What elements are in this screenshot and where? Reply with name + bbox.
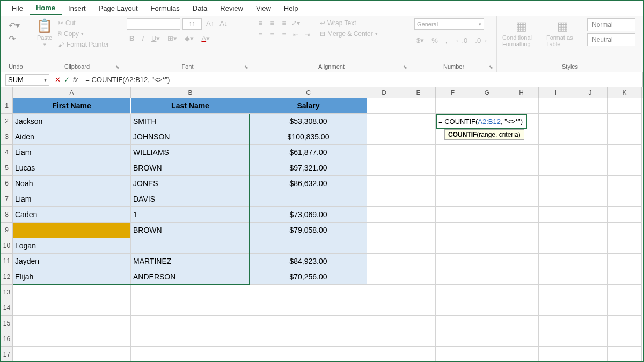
cell-C4[interactable]: $61,877.00 bbox=[250, 145, 367, 160]
cell-F12[interactable] bbox=[436, 269, 470, 285]
cell-C12[interactable]: $70,256.00 bbox=[250, 269, 367, 285]
cell-K15[interactable] bbox=[608, 316, 642, 331]
column-header-A[interactable]: A bbox=[13, 87, 131, 98]
cell-G10[interactable] bbox=[470, 238, 504, 254]
cell-E7[interactable] bbox=[401, 191, 436, 207]
column-header-B[interactable]: B bbox=[131, 87, 250, 98]
clipboard-launcher[interactable]: ⬊ bbox=[115, 64, 122, 71]
cell-J4[interactable] bbox=[573, 145, 608, 160]
cell-F9[interactable] bbox=[436, 223, 470, 238]
copy-button[interactable]: ⎘Copy▾ bbox=[57, 29, 110, 39]
cell-J13[interactable] bbox=[573, 285, 608, 300]
cell-C3[interactable]: $100,835.00 bbox=[250, 129, 367, 145]
cell-G11[interactable] bbox=[470, 254, 504, 269]
cell-B4[interactable]: WILLIAMS bbox=[131, 145, 250, 160]
cell-H1[interactable] bbox=[504, 98, 539, 114]
cell-J6[interactable] bbox=[573, 176, 608, 191]
cell-E3[interactable] bbox=[401, 129, 436, 145]
number-launcher[interactable]: ⬊ bbox=[489, 64, 495, 71]
cell-E13[interactable] bbox=[401, 285, 436, 300]
decrease-decimal-button[interactable]: .0→ bbox=[473, 35, 490, 46]
decrease-indent-button[interactable]: ⇤ bbox=[291, 30, 301, 40]
column-header-K[interactable]: K bbox=[608, 87, 642, 98]
italic-button[interactable]: I bbox=[139, 33, 147, 43]
cell-J3[interactable] bbox=[573, 129, 608, 145]
align-bottom-button[interactable]: ≡ bbox=[279, 18, 289, 28]
cell-J16[interactable] bbox=[573, 331, 608, 347]
cell-C13[interactable] bbox=[250, 285, 367, 300]
cell-G14[interactable] bbox=[470, 300, 504, 316]
cell-B6[interactable]: JONES bbox=[131, 176, 250, 191]
cell-G6[interactable] bbox=[470, 176, 504, 191]
cell-A2[interactable]: Jackson bbox=[13, 114, 131, 129]
align-left-button[interactable]: ≡ bbox=[255, 30, 265, 40]
cell-style-neutral[interactable]: Neutral bbox=[587, 33, 635, 46]
cell-I12[interactable] bbox=[539, 269, 573, 285]
cell-A1[interactable]: First Name bbox=[13, 98, 131, 114]
cell-C14[interactable] bbox=[250, 300, 367, 316]
cell-F6[interactable] bbox=[436, 176, 470, 191]
cell-G2[interactable] bbox=[470, 114, 504, 129]
cell-J5[interactable] bbox=[573, 160, 608, 176]
insert-function-button[interactable]: fx bbox=[73, 76, 78, 84]
cell-I16[interactable] bbox=[539, 331, 573, 347]
cell-K4[interactable] bbox=[608, 145, 642, 160]
cell-H8[interactable] bbox=[504, 207, 539, 223]
row-header-10[interactable]: 10 bbox=[1, 238, 13, 254]
cell-J17[interactable] bbox=[573, 347, 608, 362]
cell-I15[interactable] bbox=[539, 316, 573, 331]
cell-G7[interactable] bbox=[470, 191, 504, 207]
cell-I9[interactable] bbox=[539, 223, 573, 238]
cell-C9[interactable]: $79,058.00 bbox=[250, 223, 367, 238]
cell-B9[interactable]: BROWN bbox=[131, 223, 250, 238]
cell-B14[interactable] bbox=[131, 300, 250, 316]
cell-D11[interactable] bbox=[367, 254, 401, 269]
cell-D12[interactable] bbox=[367, 269, 401, 285]
cell-F2[interactable] bbox=[436, 114, 470, 129]
column-header-E[interactable]: E bbox=[401, 87, 436, 98]
cell-H17[interactable] bbox=[504, 347, 539, 362]
cut-button[interactable]: ✂Cut bbox=[57, 18, 110, 28]
cell-H5[interactable] bbox=[504, 160, 539, 176]
cell-B12[interactable]: ANDERSON bbox=[131, 269, 250, 285]
cell-H15[interactable] bbox=[504, 316, 539, 331]
cell-I7[interactable] bbox=[539, 191, 573, 207]
row-header-5[interactable]: 5 bbox=[1, 160, 13, 176]
font-size-select[interactable] bbox=[182, 18, 202, 30]
cell-B3[interactable]: JOHNSON bbox=[131, 129, 250, 145]
cell-A5[interactable]: Lucas bbox=[13, 160, 131, 176]
cell-C16[interactable] bbox=[250, 331, 367, 347]
cell-E2[interactable] bbox=[401, 114, 436, 129]
cell-A16[interactable] bbox=[13, 331, 131, 347]
cell-F8[interactable] bbox=[436, 207, 470, 223]
cell-E17[interactable] bbox=[401, 347, 436, 362]
cell-K5[interactable] bbox=[608, 160, 642, 176]
cell-F15[interactable] bbox=[436, 316, 470, 331]
cell-G5[interactable] bbox=[470, 160, 504, 176]
cell-K8[interactable] bbox=[608, 207, 642, 223]
cell-J1[interactable] bbox=[573, 98, 608, 114]
cell-D3[interactable] bbox=[367, 129, 401, 145]
cell-E15[interactable] bbox=[401, 316, 436, 331]
cell-F1[interactable] bbox=[436, 98, 470, 114]
cell-G16[interactable] bbox=[470, 331, 504, 347]
column-header-G[interactable]: G bbox=[470, 87, 504, 98]
cell-A11[interactable]: Jayden bbox=[13, 254, 131, 269]
cell-I3[interactable] bbox=[539, 129, 573, 145]
comma-format-button[interactable]: , bbox=[443, 35, 450, 46]
cell-A12[interactable]: Elijah bbox=[13, 269, 131, 285]
cell-I17[interactable] bbox=[539, 347, 573, 362]
worksheet-grid[interactable]: ABCDEFGHIJK 1234567891011121314151617 = … bbox=[1, 87, 643, 362]
cell-F4[interactable] bbox=[436, 145, 470, 160]
cell-B16[interactable] bbox=[131, 331, 250, 347]
cell-K12[interactable] bbox=[608, 269, 642, 285]
cell-B17[interactable] bbox=[131, 347, 250, 362]
font-launcher[interactable]: ⬊ bbox=[244, 64, 251, 71]
cell-J8[interactable] bbox=[573, 207, 608, 223]
cell-I8[interactable] bbox=[539, 207, 573, 223]
cell-K2[interactable] bbox=[608, 114, 642, 129]
cell-G12[interactable] bbox=[470, 269, 504, 285]
increase-font-button[interactable]: A↑ bbox=[204, 18, 216, 30]
bold-button[interactable]: B bbox=[127, 33, 137, 43]
cell-E11[interactable] bbox=[401, 254, 436, 269]
